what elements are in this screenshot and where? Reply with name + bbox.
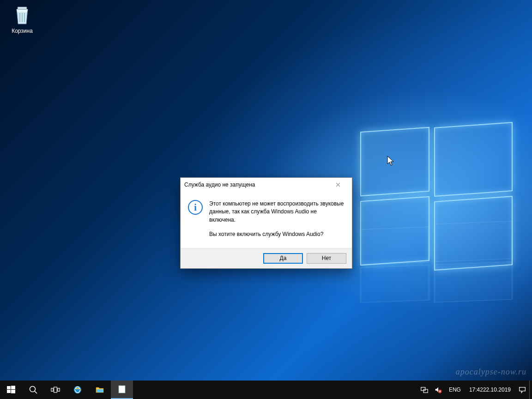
dialog-titlebar[interactable]: Служба аудио не запущена xyxy=(181,178,352,192)
svg-rect-8 xyxy=(54,387,57,393)
blank-window-icon xyxy=(117,385,127,394)
svg-rect-16 xyxy=(423,389,428,393)
taskbar-app-ie[interactable] xyxy=(66,381,89,399)
volume-muted-icon xyxy=(434,386,442,394)
taskbar-app-explorer[interactable] xyxy=(89,381,111,399)
tray-network-button[interactable] xyxy=(417,381,431,399)
dialog-close-button[interactable] xyxy=(327,178,348,191)
info-icon: i xyxy=(188,200,203,215)
dialog-title: Служба аудио не запущена xyxy=(184,181,327,188)
svg-rect-15 xyxy=(421,387,425,391)
desktop-icon-recycle-bin[interactable]: Корзина xyxy=(5,4,40,34)
system-tray: ENG 17:42 22.10.2019 xyxy=(417,381,532,399)
no-button[interactable]: Нет xyxy=(307,253,346,264)
show-desktop-button[interactable] xyxy=(529,381,532,399)
recycle-bin-label: Корзина xyxy=(5,28,40,34)
dialog-message-line2: Вы хотите включить службу Windows Audio? xyxy=(209,230,345,238)
network-icon xyxy=(420,386,429,394)
wallpaper-reflection xyxy=(360,249,513,306)
svg-rect-2 xyxy=(11,386,15,389)
tray-date: 22.10.2019 xyxy=(483,387,511,393)
svg-line-6 xyxy=(35,391,37,393)
recycle-bin-icon xyxy=(11,4,33,26)
svg-rect-1 xyxy=(7,386,11,389)
search-icon xyxy=(29,385,38,394)
dialog-footer: Да Нет xyxy=(181,248,352,268)
taskbar-spacer xyxy=(133,381,417,399)
svg-point-5 xyxy=(30,387,36,392)
watermark-text: apocalypse-now.ru xyxy=(456,367,526,377)
svg-rect-7 xyxy=(51,388,53,392)
tray-time: 17:42 xyxy=(469,387,483,393)
svg-rect-0 xyxy=(18,7,27,9)
task-view-icon xyxy=(51,385,60,394)
start-button[interactable] xyxy=(0,381,22,399)
yes-button[interactable]: Да xyxy=(263,253,303,264)
search-button[interactable] xyxy=(22,381,44,399)
windows-logo-icon xyxy=(6,385,16,394)
taskbar-app-active-dialog[interactable] xyxy=(111,381,133,399)
svg-rect-3 xyxy=(7,390,11,393)
svg-rect-9 xyxy=(58,388,60,392)
svg-rect-14 xyxy=(119,386,125,393)
task-view-button[interactable] xyxy=(44,381,66,399)
file-explorer-icon xyxy=(95,385,104,394)
tray-action-center-button[interactable] xyxy=(515,381,529,399)
action-center-icon xyxy=(518,386,526,394)
ie-icon xyxy=(73,385,82,394)
audio-service-dialog: Служба аудио не запущена i Этот компьюте… xyxy=(180,177,352,269)
tray-language-indicator[interactable]: ENG xyxy=(445,381,465,399)
svg-rect-13 xyxy=(97,389,103,393)
tray-volume-button[interactable] xyxy=(431,381,445,399)
dialog-message-line1: Этот компьютер не может воспроизводить з… xyxy=(209,200,345,224)
close-icon xyxy=(336,182,340,187)
tray-clock[interactable]: 17:42 22.10.2019 xyxy=(465,381,515,399)
svg-rect-12 xyxy=(75,389,80,390)
taskbar: ENG 17:42 22.10.2019 xyxy=(0,381,532,399)
svg-rect-4 xyxy=(11,390,15,393)
